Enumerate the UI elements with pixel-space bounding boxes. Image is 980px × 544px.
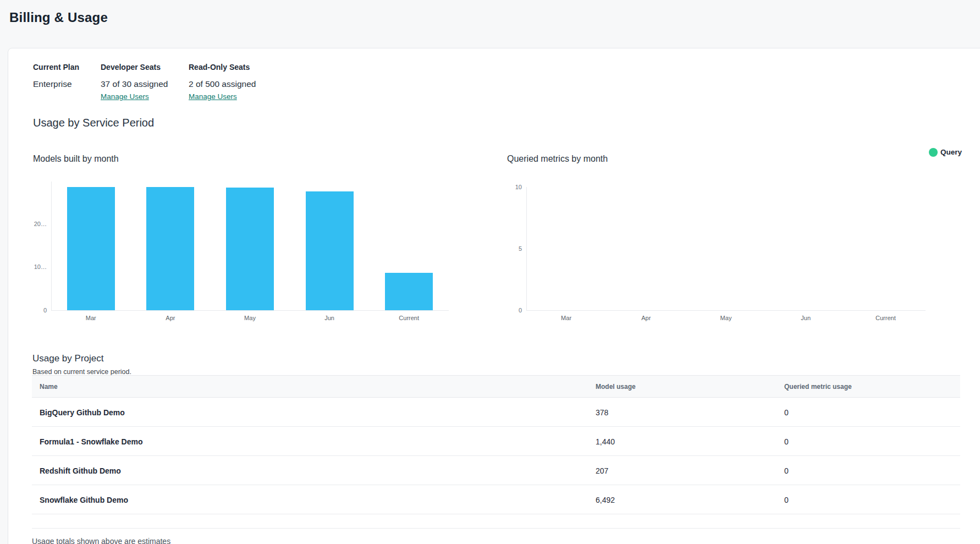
metrics-chart-title: Queried metrics by month: [507, 154, 608, 164]
current-plan-block: Current Plan Enterprise: [33, 63, 79, 72]
bar-current: [385, 273, 433, 310]
table-footer-spacer: [32, 514, 960, 529]
table-row: Redshift Github Demo2070: [32, 456, 960, 485]
queried-metric-usage-cell: 0: [784, 496, 789, 504]
x-axis-label: May: [228, 315, 272, 322]
project-name-cell: BigQuery Github Demo: [40, 408, 125, 417]
y-axis-tick-label: 5: [489, 245, 522, 252]
project-name-cell: Redshift Github Demo: [40, 466, 121, 475]
y-axis-tick-label: 0: [489, 307, 522, 314]
project-name-cell: Formula1 - Snowflake Demo: [40, 437, 142, 446]
readonly-seats-label: Read-Only Seats: [189, 63, 250, 72]
x-axis-label: Apr: [624, 315, 668, 322]
developer-seats-label: Developer Seats: [101, 63, 161, 72]
developer-seats-block: Developer Seats 37 of 30 assigned Manage…: [101, 63, 161, 72]
table-header-row: Name Model usage Queried metric usage: [32, 375, 960, 398]
usage-section-heading: Usage by Service Period: [33, 117, 154, 129]
bar-may: [226, 188, 274, 310]
x-axis-label: Mar: [69, 315, 113, 322]
queried-metric-usage-cell: 0: [784, 408, 789, 417]
current-plan-value: Enterprise: [33, 79, 72, 89]
readonly-seats-value: 2 of 500 assigned: [189, 79, 256, 89]
billing-usage-page: Billing & Usage Current Plan Enterprise …: [0, 0, 980, 544]
table-row: Formula1 - Snowflake Demo1,4400: [32, 427, 960, 456]
page-title: Billing & Usage: [9, 10, 108, 25]
x-axis-label: Mar: [544, 315, 588, 322]
project-name-cell: Snowflake Github Demo: [40, 496, 128, 504]
model-usage-cell: 6,492: [596, 496, 615, 504]
table-row: BigQuery Github Demo3780: [32, 398, 960, 427]
y-axis-line: [51, 182, 52, 310]
current-plan-label: Current Plan: [33, 63, 79, 72]
y-axis-tick-label: 10…: [14, 263, 47, 270]
query-legend-label: Query: [940, 148, 962, 157]
query-legend-dot: [929, 148, 938, 157]
y-axis-line: [526, 187, 527, 310]
x-axis-label: Apr: [148, 315, 192, 322]
y-axis-tick-label: 0: [14, 307, 47, 314]
manage-users-link-readonly[interactable]: Manage Users: [189, 92, 237, 101]
table-row: Snowflake Github Demo6,4920: [32, 485, 960, 514]
column-header-name: Name: [40, 383, 58, 391]
x-axis-line: [51, 310, 449, 311]
column-header-model-usage: Model usage: [596, 383, 636, 391]
bar-apr: [146, 187, 194, 310]
manage-users-link-developer[interactable]: Manage Users: [101, 92, 149, 101]
x-axis-label: Jun: [784, 315, 828, 322]
developer-seats-value: 37 of 30 assigned: [101, 79, 168, 89]
bar-mar: [67, 187, 115, 310]
y-axis-tick-label: 10: [489, 184, 522, 190]
usage-estimates-footnote: Usage totals shown above are estimates: [32, 537, 170, 544]
x-axis-label: May: [704, 315, 748, 322]
x-axis-label: Current: [863, 315, 907, 322]
bar-jun: [306, 191, 354, 310]
x-axis-line: [526, 310, 926, 311]
billing-card: Current Plan Enterprise Developer Seats …: [8, 48, 980, 544]
queried-metric-usage-cell: 0: [784, 466, 789, 475]
x-axis-label: Jun: [307, 315, 351, 322]
model-usage-cell: 207: [596, 466, 608, 475]
queried-metric-usage-cell: 0: [784, 437, 789, 446]
x-axis-label: Current: [387, 315, 431, 322]
models-chart-title: Models built by month: [33, 154, 119, 164]
readonly-seats-block: Read-Only Seats 2 of 500 assigned Manage…: [189, 63, 250, 72]
project-table-body: BigQuery Github Demo3780Formula1 - Snowf…: [32, 398, 960, 529]
model-usage-cell: 378: [596, 408, 608, 417]
project-table-heading: Usage by Project: [32, 353, 103, 364]
y-axis-tick-label: 20…: [14, 221, 47, 227]
column-header-queried-metric-usage: Queried metric usage: [784, 383, 852, 391]
model-usage-cell: 1,440: [596, 437, 615, 446]
